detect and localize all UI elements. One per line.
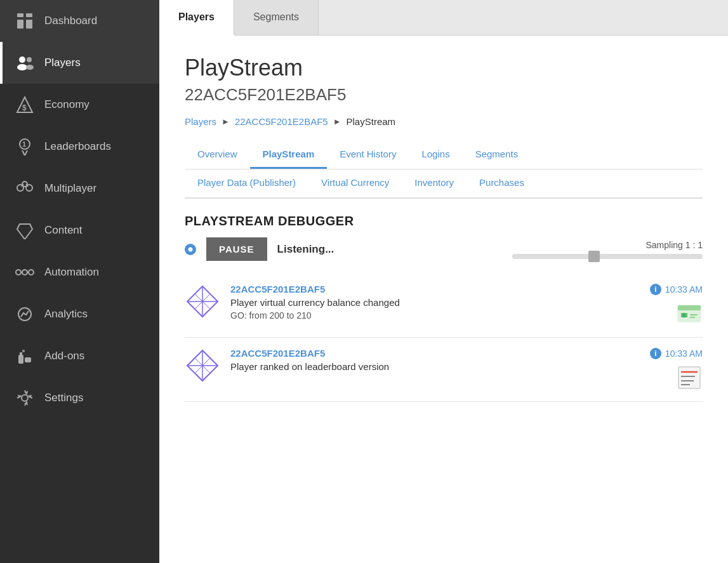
sidebar-label-settings: Settings: [44, 392, 83, 404]
event-right-2: i 10:33 AM: [650, 348, 703, 391]
sidebar-item-players[interactable]: Players: [0, 42, 159, 84]
sampling-thumb[interactable]: [588, 251, 600, 262]
tab-overview[interactable]: Overview: [185, 141, 250, 169]
breadcrumb-current: PlayStream: [347, 116, 396, 127]
settings-icon: [15, 388, 34, 407]
leaderboard-event-icon: [676, 364, 703, 391]
info-icon-2[interactable]: i: [650, 348, 661, 359]
top-tabs-bar: Players Segments: [159, 0, 728, 36]
addons-icon: [15, 347, 34, 366]
event-desc-2: Player ranked on leaderboard version: [230, 361, 640, 372]
svg-text:$: $: [22, 103, 27, 112]
sidebar-item-automation[interactable]: Automation: [0, 251, 159, 293]
debugger-title: PLAYSTREAM DEBUGGER: [185, 214, 703, 229]
sidebar-item-content[interactable]: Content: [0, 209, 159, 251]
sidebar-item-settings[interactable]: Settings: [0, 377, 159, 419]
sampling-label: Sampling 1 : 1: [646, 240, 703, 250]
svg-point-27: [22, 395, 28, 401]
svg-rect-23: [18, 355, 23, 364]
tab-inventory[interactable]: Inventory: [402, 169, 467, 197]
tab-playstream[interactable]: PlayStream: [250, 141, 328, 169]
sampling-area: Sampling 1 : 1: [512, 240, 703, 259]
sidebar-label-analytics: Analytics: [44, 308, 88, 321]
event-icon-1: [185, 284, 220, 322]
sidebar-label-dashboard: Dashboard: [44, 15, 97, 27]
tab-purchases[interactable]: Purchases: [467, 169, 537, 197]
svg-rect-25: [22, 350, 25, 352]
event-icon-2: [185, 348, 220, 386]
event-time-row-1: i 10:33 AM: [650, 284, 703, 295]
sidebar-item-addons[interactable]: Add-ons: [0, 335, 159, 377]
svg-point-19: [29, 270, 34, 275]
page-content: PlayStream 22ACC5F201E2BAF5 Players ► 22…: [159, 36, 728, 563]
sidebar-label-leaderboards: Leaderboards: [44, 140, 111, 153]
svg-point-18: [22, 270, 27, 275]
svg-text:$: $: [682, 312, 685, 319]
sidebar-label-content: Content: [44, 224, 83, 237]
sampling-slider[interactable]: [512, 254, 703, 259]
svg-rect-1: [26, 13, 32, 17]
event-time-row-2: i 10:33 AM: [650, 348, 703, 359]
sidebar-label-addons: Add-ons: [44, 350, 84, 362]
sidebar-label-automation: Automation: [44, 266, 99, 279]
nav-tabs-row1: Overview PlayStream Event History Logins…: [185, 141, 703, 169]
tab-player-data[interactable]: Player Data (Publisher): [185, 169, 308, 197]
economy-icon: $: [15, 95, 34, 114]
sidebar-item-analytics[interactable]: Analytics: [0, 293, 159, 335]
event-desc-1: Player virtual currency balance changed: [230, 297, 640, 308]
event-detail-1: GO: from 200 to 210: [230, 310, 640, 321]
listening-status: Listening...: [277, 243, 334, 256]
event-time-1: 10:33 AM: [665, 284, 703, 295]
sidebar: Dashboard Players $ Economy 1: [0, 0, 159, 563]
info-icon-1[interactable]: i: [650, 284, 661, 295]
svg-rect-24: [20, 352, 22, 356]
nav-tabs-row2: Player Data (Publisher) Virtual Currency…: [185, 169, 703, 199]
svg-rect-39: [678, 305, 701, 310]
sidebar-label-multiplayer: Multiplayer: [44, 182, 96, 195]
svg-point-4: [19, 56, 25, 63]
sidebar-label-players: Players: [44, 56, 81, 69]
event-body-2: 22ACC5F201E2BAF5 Player ranked on leader…: [230, 348, 640, 374]
listening-indicator: [185, 244, 196, 255]
sidebar-item-multiplayer[interactable]: Multiplayer: [0, 168, 159, 209]
sidebar-item-economy[interactable]: $ Economy: [0, 84, 159, 126]
analytics-icon: [15, 305, 34, 324]
pause-button[interactable]: PAUSE: [206, 237, 267, 261]
tab-event-history[interactable]: Event History: [327, 141, 409, 169]
tab-logins[interactable]: Logins: [409, 141, 462, 169]
event-player-id-2[interactable]: 22ACC5F201E2BAF5: [230, 348, 640, 359]
sidebar-label-economy: Economy: [44, 98, 89, 111]
tab-segments[interactable]: Segments: [234, 0, 319, 35]
player-id-heading: 22ACC5F201E2BAF5: [185, 85, 703, 105]
svg-rect-26: [25, 357, 31, 362]
automation-icon: [15, 263, 34, 282]
event-time-2: 10:33 AM: [665, 348, 703, 359]
svg-rect-41: [690, 314, 698, 315]
page-title: PlayStream: [185, 55, 703, 81]
event-body-1: 22ACC5F201E2BAF5 Player virtual currency…: [230, 284, 640, 321]
breadcrumb-sep-2: ►: [333, 117, 341, 126]
sidebar-item-dashboard[interactable]: Dashboard: [0, 0, 159, 42]
breadcrumb-sep-1: ►: [222, 117, 230, 126]
multiplayer-icon: [15, 179, 34, 198]
main-content: Players Segments PlayStream 22ACC5F201E2…: [159, 0, 728, 563]
tab-segments[interactable]: Segments: [463, 141, 531, 169]
tab-players[interactable]: Players: [159, 0, 234, 36]
svg-rect-3: [26, 20, 32, 29]
breadcrumb: Players ► 22ACC5F201E2BAF5 ► PlayStream: [185, 116, 703, 127]
tab-virtual-currency[interactable]: Virtual Currency: [308, 169, 402, 197]
event-player-id-1[interactable]: 22ACC5F201E2BAF5: [230, 284, 640, 295]
svg-point-6: [27, 57, 32, 62]
currency-icon: $: [676, 300, 703, 327]
players-icon: [15, 53, 34, 72]
dashboard-icon: [15, 11, 34, 30]
content-icon: [15, 221, 34, 240]
svg-rect-2: [17, 20, 23, 29]
event-row-2: 22ACC5F201E2BAF5 Player ranked on leader…: [185, 338, 703, 402]
svg-text:1: 1: [22, 140, 26, 148]
event-row-1: 22ACC5F201E2BAF5 Player virtual currency…: [185, 274, 703, 338]
leaderboards-icon: 1: [15, 137, 34, 156]
breadcrumb-playerid-link[interactable]: 22ACC5F201E2BAF5: [235, 116, 328, 127]
breadcrumb-players-link[interactable]: Players: [185, 116, 216, 127]
sidebar-item-leaderboards[interactable]: 1 Leaderboards: [0, 126, 159, 168]
